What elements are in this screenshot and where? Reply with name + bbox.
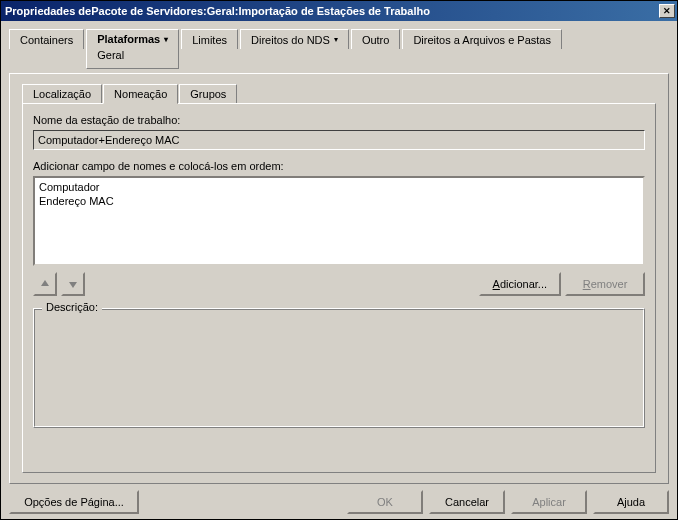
list-button-row: Adicionar... Remover xyxy=(33,272,645,296)
remover-button[interactable]: Remover xyxy=(565,272,645,296)
move-down-button[interactable] xyxy=(61,272,85,296)
tab-label: Grupos xyxy=(190,88,226,100)
tab-label: Plataformas xyxy=(97,33,160,45)
tab-label: Nomeação xyxy=(114,88,167,100)
window-title: Propriedades dePacote de Servidores:Gera… xyxy=(5,5,659,17)
cancelar-button[interactable]: Cancelar xyxy=(429,490,505,514)
arrow-down-icon xyxy=(68,279,78,289)
tab-plataformas[interactable]: Plataformas ▾ Geral xyxy=(86,29,179,69)
opcoes-pagina-button[interactable]: Opções de Página... xyxy=(9,490,139,514)
button-label-rest: emover xyxy=(591,278,628,290)
tab-nomeacao[interactable]: Nomeação xyxy=(103,84,178,104)
aplicar-button[interactable]: Aplicar xyxy=(511,490,587,514)
tab-label: Limites xyxy=(192,34,227,46)
adicionar-button[interactable]: Adicionar... xyxy=(479,272,561,296)
nome-estacao-input[interactable] xyxy=(33,130,645,150)
button-label-rest: dicionar... xyxy=(500,278,547,290)
bottom-button-bar: Opções de Página... OK Cancelar Aplicar … xyxy=(9,484,669,514)
tab-label: Direitos do NDS xyxy=(251,34,330,46)
content-area: Containers Plataformas ▾ Geral Limites D… xyxy=(1,21,677,519)
nome-estacao-label: Nome da estação de trabalho: xyxy=(33,114,645,126)
dropdown-icon: ▾ xyxy=(334,35,338,44)
descricao-fieldset: Descrição: xyxy=(33,308,645,428)
tab-direitos-arquivos[interactable]: Direitos a Arquivos e Pastas xyxy=(402,29,562,49)
descricao-area xyxy=(34,309,644,427)
titlebar: Propriedades dePacote de Servidores:Gera… xyxy=(1,1,677,21)
descricao-legend: Descrição: xyxy=(42,301,102,313)
names-listbox[interactable]: Computador Endereço MAC xyxy=(33,176,645,266)
tab-grupos[interactable]: Grupos xyxy=(179,84,237,103)
tab-label: Direitos a Arquivos e Pastas xyxy=(413,34,551,46)
tab-localizacao[interactable]: Localização xyxy=(22,84,102,103)
tab-label: Containers xyxy=(20,34,73,46)
arrow-up-icon xyxy=(40,279,50,289)
tab-outro[interactable]: Outro xyxy=(351,29,401,49)
tab-limites[interactable]: Limites xyxy=(181,29,238,49)
subtab-label: Geral xyxy=(97,49,124,61)
inner-tab-strip: Localização Nomeação Grupos xyxy=(22,84,656,103)
ajuda-button[interactable]: Ajuda xyxy=(593,490,669,514)
inner-panel: Nome da estação de trabalho: Adicionar c… xyxy=(22,103,656,473)
tab-direitos-nds[interactable]: Direitos do NDS ▾ xyxy=(240,29,349,49)
tab-containers[interactable]: Containers xyxy=(9,29,84,49)
move-up-button[interactable] xyxy=(33,272,57,296)
adicionar-campo-label: Adicionar campo de nomes e colocá-los em… xyxy=(33,160,645,172)
dropdown-icon: ▾ xyxy=(164,35,168,44)
list-item[interactable]: Endereço MAC xyxy=(37,194,641,208)
close-icon: ✕ xyxy=(663,6,671,16)
main-panel: Localização Nomeação Grupos Nome da esta… xyxy=(9,73,669,484)
close-button[interactable]: ✕ xyxy=(659,4,675,18)
ok-button[interactable]: OK xyxy=(347,490,423,514)
list-item[interactable]: Computador xyxy=(37,180,641,194)
dialog-window: Propriedades dePacote de Servidores:Gera… xyxy=(0,0,678,520)
tab-label: Localização xyxy=(33,88,91,100)
tab-label: Outro xyxy=(362,34,390,46)
top-tab-strip: Containers Plataformas ▾ Geral Limites D… xyxy=(9,29,669,69)
